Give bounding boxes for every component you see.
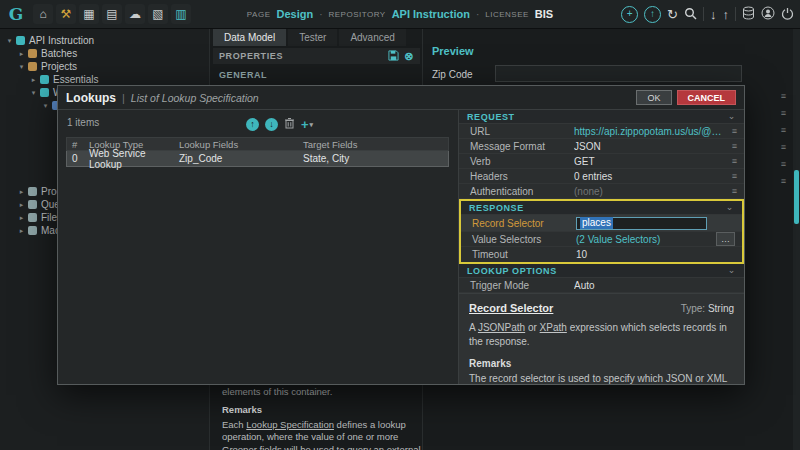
jsonpath-link[interactable]: JSONPath [478,322,525,333]
chevron-right-icon[interactable]: ▸ [28,76,39,84]
xpath-link[interactable]: XPath [540,322,567,333]
lookup-options-section-header[interactable]: LOOKUP OPTIONS ⌄ [459,264,744,278]
timeout-value[interactable]: 10 [576,249,735,260]
user-icon[interactable] [761,6,775,22]
general-section-header[interactable]: GENERAL [219,70,267,80]
response-section-header[interactable]: RESPONSE ⌄ [461,201,742,215]
page-value[interactable]: Design [276,8,313,20]
row-menu-icon[interactable]: ≡ [781,109,786,118]
move-up-button[interactable]: ↑ [246,118,259,131]
table-row-selected[interactable]: 0 Web Service Lookup Zip_Code State, Cit… [66,151,449,167]
tools-icon[interactable]: ⚒ [56,4,76,24]
chevron-icon[interactable]: ⌄ [728,268,736,273]
row-menu-icon[interactable]: ≡ [781,92,786,101]
help-text: Each [222,419,246,430]
printer-icon[interactable]: ▤ [102,4,122,24]
property-row-trigger-mode[interactable]: Trigger Mode Auto [459,278,744,293]
zip-code-field-label: Zip Code [432,69,473,80]
row-menu-icon[interactable]: ≡ [732,126,737,136]
tree-item-projects[interactable]: ▾ Projects [0,60,209,73]
repository-value[interactable]: API Instruction [392,8,470,20]
row-menu-icon[interactable]: ≡ [732,186,737,196]
cloud-upload-icon[interactable]: ☁ [125,4,145,24]
grooper-app-window: G ⌂ ⚒ ▦ ▤ ☁ ▧ ▥ PAGE Design · REPOSITORY… [0,0,800,450]
row-menu-icon[interactable]: ≡ [781,143,786,152]
cell-index: 0 [67,153,89,164]
database-icon[interactable] [742,6,755,22]
property-row-message-format[interactable]: Message Format JSON ≡ [459,139,744,154]
row-menu-icon[interactable]: ≡ [732,141,737,151]
cancel-button[interactable]: CANCEL [677,90,737,105]
upload-icon[interactable]: ↑ [723,8,730,21]
chevron-icon[interactable]: ⌄ [726,205,734,210]
tab-tester[interactable]: Tester [288,29,337,46]
type-label: Type: [681,303,708,314]
title-separator: | [122,92,125,104]
move-down-button[interactable]: ↓ [265,118,278,131]
row-menu-icon[interactable]: ≡ [732,156,737,166]
row-menu-icon[interactable]: ≡ [781,160,786,169]
close-icon[interactable]: ⊗ [404,51,414,62]
property-row-timeout[interactable]: Timeout 10 [461,247,742,262]
property-row-verb[interactable]: Verb GET ≡ [459,154,744,169]
column-header-index[interactable]: # [67,139,89,150]
message-format-value[interactable]: JSON [574,141,726,152]
chevron-down-icon[interactable]: ▾ [28,89,39,97]
help-paragraph: Each Lookup Specification defines a look… [222,419,428,450]
home-icon[interactable]: ⌂ [33,4,53,24]
chevron-down-icon[interactable]: ▾ [4,37,15,45]
tree-item-batches[interactable]: ▸ Batches [0,47,209,60]
up-circle-icon[interactable]: ↑ [644,6,661,23]
batches-icon[interactable]: ▦ [79,4,99,24]
chart-icon[interactable]: ▥ [171,4,191,24]
row-menu-icon[interactable]: ≡ [732,171,737,181]
property-row-value-selectors[interactable]: Value Selectors (2 Value Selectors) … [461,232,742,247]
value-selectors-value[interactable]: (2 Value Selectors) [576,234,710,245]
chevron-down-icon[interactable]: ▾ [16,63,27,71]
chevron-icon[interactable]: ⌄ [728,114,736,119]
chevron-right-icon[interactable]: ▸ [16,201,27,209]
row-menu-icon[interactable]: ≡ [781,177,786,186]
add-lookup-button[interactable]: +▾ [301,118,313,131]
search-icon[interactable] [684,7,697,22]
zip-code-input[interactable] [495,65,742,82]
property-row-url[interactable]: URL https://api.zippopotam.us/us/@Zip_C.… [459,124,744,139]
tree-item-api-instruction[interactable]: ▾ API Instruction [0,34,209,47]
lookup-specification-link[interactable]: Lookup Specification [246,419,334,430]
chevron-down-icon[interactable]: ▾ [40,102,51,110]
column-header-target-fields[interactable]: Target Fields [303,139,448,150]
request-section-header[interactable]: REQUEST ⌄ [459,110,744,124]
tab-data-model[interactable]: Data Model [213,29,286,46]
add-circle-icon[interactable]: + [621,6,638,23]
chevron-right-icon[interactable]: ▸ [16,227,27,235]
refresh-icon[interactable]: ↻ [667,8,678,21]
chevron-right-icon[interactable]: ▸ [16,214,27,222]
property-row-record-selector[interactable]: Record Selector places [461,215,742,232]
tab-advanced[interactable]: Advanced [339,29,405,46]
download-icon[interactable]: ↓ [710,8,717,21]
delete-icon[interactable] [284,115,295,133]
column-header-lookup-fields[interactable]: Lookup Fields [179,139,303,150]
property-help-pane: Record Selector Type: String A JSONPath … [459,293,744,384]
chevron-right-icon[interactable]: ▸ [16,188,27,196]
chevron-right-icon[interactable]: ▸ [16,50,27,58]
trigger-mode-value[interactable]: Auto [574,280,737,291]
folder-icon[interactable]: ▧ [148,4,168,24]
verb-value[interactable]: GET [574,156,726,167]
row-menu-icon[interactable]: ≡ [781,126,786,135]
scrollbar-thumb[interactable] [794,170,799,224]
scrollbar[interactable] [793,28,800,450]
headers-value[interactable]: 0 entries [574,171,726,182]
save-icon[interactable] [388,50,399,63]
record-selector-input[interactable]: places [576,217,707,230]
property-label: Trigger Mode [470,280,574,291]
top-bar: G ⌂ ⚒ ▦ ▤ ☁ ▧ ▥ PAGE Design · REPOSITORY… [0,0,800,29]
authentication-value[interactable]: (none) [574,186,726,197]
property-row-authentication[interactable]: Authentication (none) ≡ [459,184,744,199]
url-value[interactable]: https://api.zippopotam.us/us/@Zip_C... [574,126,726,137]
chevron-down-icon: ▾ [310,121,314,128]
property-row-headers[interactable]: Headers 0 entries ≡ [459,169,744,184]
power-icon[interactable] [781,7,794,22]
ellipsis-button[interactable]: … [716,232,735,246]
ok-button[interactable]: OK [636,90,671,105]
